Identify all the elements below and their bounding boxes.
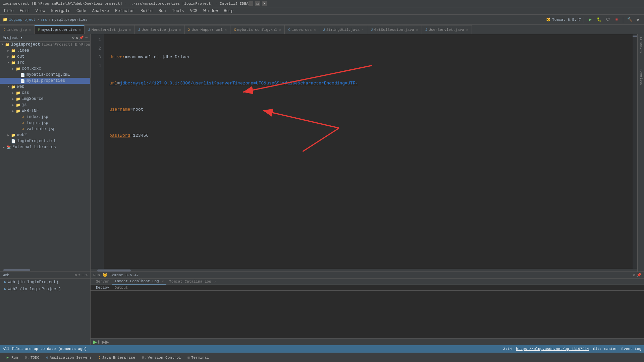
version-control-btn[interactable]: 9: Version Control [139,355,183,360]
menu-view[interactable]: View [33,8,48,14]
menu-navigate[interactable]: Navigate [48,8,73,14]
close-btn[interactable]: ✕ [262,1,267,6]
menu-tools[interactable]: Tools [169,8,187,14]
tree-item-mysql[interactable]: 📄 mysql.properties [0,78,90,84]
breadcrumb-src[interactable]: src [41,18,47,22]
tab-usermapper-close[interactable]: ✕ [225,28,227,32]
web-collapse[interactable]: — [82,273,84,277]
structure-icon[interactable]: Structure [639,37,643,53]
project-dropdown[interactable]: Project ▾ [3,36,22,40]
run-subtab-output[interactable]: Output [112,285,131,290]
tree-item-idea[interactable]: ▶ 📁 .idea [0,48,90,54]
tab-usermapper[interactable]: X UserMapper.xml ✕ [185,25,230,34]
tree-item-css[interactable]: ▶ 📁 css [0,90,90,96]
code-lines[interactable]: driver=com.mysql.cj.jdbc.Driver url=jdbc… [104,34,633,269]
menu-analyze[interactable]: Analyze [90,8,112,14]
tab-mysql-close[interactable]: ✕ [79,28,81,32]
tab-stringutil-close[interactable]: ✕ [362,28,364,32]
sidebar-pin[interactable]: 📌 [79,36,84,40]
tab-userservice[interactable]: J UserService.java ✕ [135,25,185,34]
coverage-btn[interactable]: 🛡 [604,16,611,23]
tree-item-img[interactable]: ▶ 📁 ImgSource [0,96,90,102]
tab-userservlet-close[interactable]: ✕ [466,28,468,32]
run-settings-icon[interactable]: ⚙ [633,273,635,277]
tree-item-iml[interactable]: 📄 loginProject.iml [0,138,90,144]
menu-code[interactable]: Code [74,8,89,14]
sync-icon[interactable]: ↻ [634,16,641,23]
run-btn-toolbar[interactable]: ▶ Run [3,355,21,361]
tab-menuservlet[interactable]: J MenuServlet.java ✕ [85,25,135,34]
menu-window[interactable]: Window [201,8,220,14]
menu-build[interactable]: Build [138,8,155,14]
menu-help[interactable]: Help [221,8,236,14]
tree-item-web[interactable]: ▼ 📁 web [0,84,90,90]
breadcrumb-file[interactable]: mysql.properties [52,18,88,22]
build-icon[interactable]: 🔨 [626,16,633,23]
tab-mybatisconfig-close[interactable]: ✕ [279,28,281,32]
breadcrumb-project[interactable]: loginproject [9,18,36,22]
run-pin-icon[interactable]: 📌 [637,273,641,277]
tree-item-indexjsp[interactable]: J index.jsp [0,114,90,120]
maximize-btn[interactable]: □ [255,1,260,6]
web-item-2[interactable]: ▶ Web2 (in loginProject) [0,286,90,293]
web-add[interactable]: + [78,273,80,277]
run-tab-server[interactable]: Server [93,279,112,284]
horizontal-scrollbar[interactable] [91,269,637,272]
tab-indexcss[interactable]: C index.css ✕ [285,25,319,34]
tree-item-js[interactable]: ▶ 📁 js [0,102,90,108]
tab-mysql-properties[interactable]: P mysql.properties ✕ [35,25,85,34]
tab-mybatisconfig[interactable]: X mybatis-config.xml ✕ [230,25,285,34]
tree-item-mybatis[interactable]: 📄 mybatis-config.xml [0,72,90,78]
tree-item-webinf[interactable]: ▶ 📁 WEB-INF [0,108,90,114]
run-tab-localhost[interactable]: Tomcat Localhost Log ✕ [112,279,167,285]
terminal-btn[interactable]: ⊡ Terminal [185,355,211,360]
tree-item-web2[interactable]: ▶ 📁 web2 [0,132,90,138]
favorites-icon[interactable]: Favorites [639,69,643,85]
menu-edit[interactable]: Edit [17,8,32,14]
menu-run[interactable]: Run [156,8,169,14]
run-tab-catalina[interactable]: Tomcat Catalina Log ✕ [166,279,219,284]
app-servers-btn[interactable]: ⚙ Application Servers [43,355,94,360]
java-enterprise-btn[interactable]: J Java Enterprise [96,355,138,360]
tab-index-jsp[interactable]: J index.jsp ✕ [0,25,35,34]
debug-btn[interactable]: 🐛 [595,16,603,23]
code-content[interactable]: 1 2 3 4 driver=com.mysql.cj.jdbc.Driver … [91,34,637,269]
run-pause-btn[interactable]: ⏸ [97,339,102,345]
web-settings[interactable]: ⚙ [75,273,77,277]
tab-menuservlet-close[interactable]: ✕ [129,28,131,32]
tab-userservice-close[interactable]: ✕ [179,28,181,32]
tab-stringutil[interactable]: J StringUtil.java ✕ [319,25,367,34]
sidebar-settings[interactable]: ⚙ [72,36,74,40]
minimize-btn[interactable]: — [249,1,253,6]
tab-indexcss-close[interactable]: ✕ [314,28,316,32]
run-btn[interactable]: ▶ [587,16,594,23]
tree-item-extlibs[interactable]: ▶ 📚 External Libraries [0,144,90,150]
menu-file[interactable]: File [1,8,16,14]
run-tab-catalina-close[interactable]: ✕ [214,280,216,284]
status-git[interactable]: Git: master [593,347,618,351]
tab-getsqlsession[interactable]: J GetSqlSession.java ✕ [367,25,422,34]
menu-vcs[interactable]: VCS [187,8,200,14]
menu-refactor[interactable]: Refactor [112,8,137,14]
tree-item-loginproject[interactable]: ▼ 📁 loginproject [loginProject] E:\Progr… [0,42,90,48]
sidebar-collapse[interactable]: — [85,36,88,40]
tree-item-src[interactable]: ▼ 📁 src [0,60,90,66]
tree-item-out[interactable]: ▶ 📁 out [0,54,90,60]
tab-getsqlsession-close[interactable]: ✕ [416,28,418,32]
tomcat-label[interactable]: Tomcat 8.5.47 [552,18,581,22]
tree-item-validatejsp[interactable]: J validate.jsp [0,126,90,132]
web-expand[interactable]: ⇅ [85,273,88,277]
tree-item-loginjsp[interactable]: J login.jsp [0,120,90,126]
tab-index-jsp-close[interactable]: ✕ [29,28,31,32]
stop-btn[interactable]: ■ [613,16,620,23]
status-event-log[interactable]: Event Log [622,347,641,351]
run-forward-btn[interactable]: ▶▶ [102,339,109,345]
web-item-1[interactable]: ▶ Web (in loginProject) [0,279,90,286]
run-tab-localhost-close[interactable]: ✕ [162,280,164,283]
sidebar-expand[interactable]: ⇅ [76,36,78,40]
tab-userservlet[interactable]: J UserServlet.java ✕ [422,25,472,34]
status-url[interactable]: https://blog.csdn.net/qq_43197914 [516,347,589,351]
run-subtab-deploy[interactable]: Deploy [93,285,112,290]
todo-btn[interactable]: 6: TODO [22,355,42,360]
tree-item-com[interactable]: ▶ 📁 com.xxxx [0,66,90,72]
